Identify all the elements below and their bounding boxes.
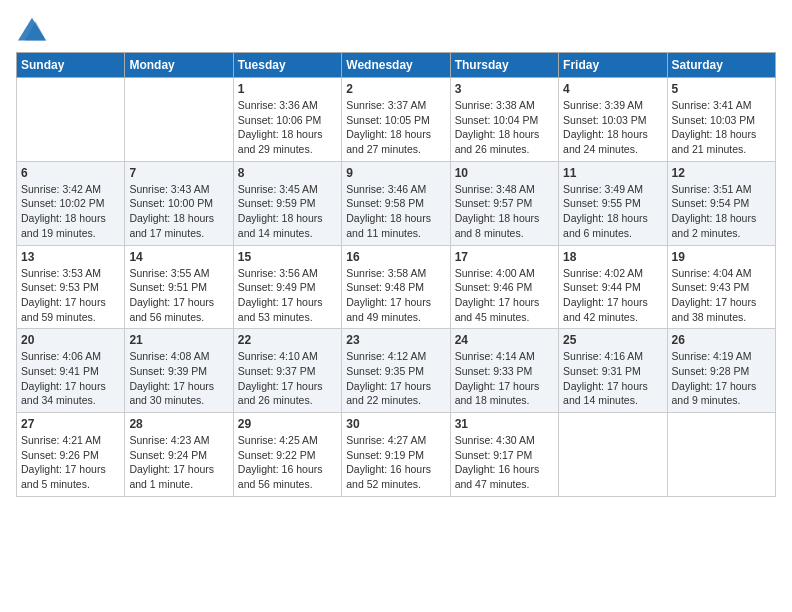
day-number: 27 — [21, 417, 120, 431]
calendar-cell: 31Sunrise: 4:30 AM Sunset: 9:17 PM Dayli… — [450, 413, 558, 497]
day-info: Sunrise: 3:58 AM Sunset: 9:48 PM Dayligh… — [346, 266, 445, 325]
week-row-3: 13Sunrise: 3:53 AM Sunset: 9:53 PM Dayli… — [17, 245, 776, 329]
calendar-cell: 6Sunrise: 3:42 AM Sunset: 10:02 PM Dayli… — [17, 161, 125, 245]
calendar-table: SundayMondayTuesdayWednesdayThursdayFrid… — [16, 52, 776, 497]
page-header — [16, 16, 776, 44]
calendar-cell: 16Sunrise: 3:58 AM Sunset: 9:48 PM Dayli… — [342, 245, 450, 329]
day-info: Sunrise: 3:49 AM Sunset: 9:55 PM Dayligh… — [563, 182, 662, 241]
calendar-cell: 30Sunrise: 4:27 AM Sunset: 9:19 PM Dayli… — [342, 413, 450, 497]
day-number: 31 — [455, 417, 554, 431]
day-info: Sunrise: 4:23 AM Sunset: 9:24 PM Dayligh… — [129, 433, 228, 492]
calendar-cell: 29Sunrise: 4:25 AM Sunset: 9:22 PM Dayli… — [233, 413, 341, 497]
day-number: 22 — [238, 333, 337, 347]
day-number: 8 — [238, 166, 337, 180]
day-info: Sunrise: 4:27 AM Sunset: 9:19 PM Dayligh… — [346, 433, 445, 492]
calendar-cell — [17, 78, 125, 162]
day-info: Sunrise: 4:25 AM Sunset: 9:22 PM Dayligh… — [238, 433, 337, 492]
day-number: 7 — [129, 166, 228, 180]
day-info: Sunrise: 4:19 AM Sunset: 9:28 PM Dayligh… — [672, 349, 771, 408]
day-info: Sunrise: 4:02 AM Sunset: 9:44 PM Dayligh… — [563, 266, 662, 325]
day-of-week-saturday: Saturday — [667, 53, 775, 78]
day-number: 12 — [672, 166, 771, 180]
day-info: Sunrise: 3:42 AM Sunset: 10:02 PM Daylig… — [21, 182, 120, 241]
day-info: Sunrise: 4:12 AM Sunset: 9:35 PM Dayligh… — [346, 349, 445, 408]
day-number: 16 — [346, 250, 445, 264]
day-info: Sunrise: 4:00 AM Sunset: 9:46 PM Dayligh… — [455, 266, 554, 325]
calendar-cell: 7Sunrise: 3:43 AM Sunset: 10:00 PM Dayli… — [125, 161, 233, 245]
calendar-cell: 14Sunrise: 3:55 AM Sunset: 9:51 PM Dayli… — [125, 245, 233, 329]
calendar-cell: 2Sunrise: 3:37 AM Sunset: 10:05 PM Dayli… — [342, 78, 450, 162]
calendar-cell: 24Sunrise: 4:14 AM Sunset: 9:33 PM Dayli… — [450, 329, 558, 413]
day-info: Sunrise: 3:45 AM Sunset: 9:59 PM Dayligh… — [238, 182, 337, 241]
day-info: Sunrise: 3:39 AM Sunset: 10:03 PM Daylig… — [563, 98, 662, 157]
day-number: 6 — [21, 166, 120, 180]
day-number: 30 — [346, 417, 445, 431]
calendar-cell: 15Sunrise: 3:56 AM Sunset: 9:49 PM Dayli… — [233, 245, 341, 329]
calendar-cell: 9Sunrise: 3:46 AM Sunset: 9:58 PM Daylig… — [342, 161, 450, 245]
day-number: 10 — [455, 166, 554, 180]
day-number: 13 — [21, 250, 120, 264]
day-number: 4 — [563, 82, 662, 96]
day-number: 11 — [563, 166, 662, 180]
day-info: Sunrise: 3:53 AM Sunset: 9:53 PM Dayligh… — [21, 266, 120, 325]
calendar-cell: 17Sunrise: 4:00 AM Sunset: 9:46 PM Dayli… — [450, 245, 558, 329]
calendar-cell: 8Sunrise: 3:45 AM Sunset: 9:59 PM Daylig… — [233, 161, 341, 245]
calendar-cell: 11Sunrise: 3:49 AM Sunset: 9:55 PM Dayli… — [559, 161, 667, 245]
calendar-cell — [125, 78, 233, 162]
day-number: 26 — [672, 333, 771, 347]
day-number: 29 — [238, 417, 337, 431]
day-number: 19 — [672, 250, 771, 264]
day-info: Sunrise: 4:10 AM Sunset: 9:37 PM Dayligh… — [238, 349, 337, 408]
day-number: 23 — [346, 333, 445, 347]
day-info: Sunrise: 4:16 AM Sunset: 9:31 PM Dayligh… — [563, 349, 662, 408]
calendar-cell: 19Sunrise: 4:04 AM Sunset: 9:43 PM Dayli… — [667, 245, 775, 329]
day-of-week-friday: Friday — [559, 53, 667, 78]
day-info: Sunrise: 4:06 AM Sunset: 9:41 PM Dayligh… — [21, 349, 120, 408]
days-of-week-row: SundayMondayTuesdayWednesdayThursdayFrid… — [17, 53, 776, 78]
day-of-week-wednesday: Wednesday — [342, 53, 450, 78]
calendar-cell: 3Sunrise: 3:38 AM Sunset: 10:04 PM Dayli… — [450, 78, 558, 162]
day-number: 2 — [346, 82, 445, 96]
day-info: Sunrise: 3:41 AM Sunset: 10:03 PM Daylig… — [672, 98, 771, 157]
day-number: 5 — [672, 82, 771, 96]
day-info: Sunrise: 3:37 AM Sunset: 10:05 PM Daylig… — [346, 98, 445, 157]
day-number: 21 — [129, 333, 228, 347]
day-info: Sunrise: 3:56 AM Sunset: 9:49 PM Dayligh… — [238, 266, 337, 325]
day-number: 20 — [21, 333, 120, 347]
calendar-body: 1Sunrise: 3:36 AM Sunset: 10:06 PM Dayli… — [17, 78, 776, 497]
calendar-cell: 4Sunrise: 3:39 AM Sunset: 10:03 PM Dayli… — [559, 78, 667, 162]
day-number: 15 — [238, 250, 337, 264]
logo-icon — [16, 16, 48, 44]
day-number: 24 — [455, 333, 554, 347]
day-info: Sunrise: 3:38 AM Sunset: 10:04 PM Daylig… — [455, 98, 554, 157]
day-of-week-monday: Monday — [125, 53, 233, 78]
day-number: 14 — [129, 250, 228, 264]
day-of-week-tuesday: Tuesday — [233, 53, 341, 78]
week-row-2: 6Sunrise: 3:42 AM Sunset: 10:02 PM Dayli… — [17, 161, 776, 245]
calendar-cell: 27Sunrise: 4:21 AM Sunset: 9:26 PM Dayli… — [17, 413, 125, 497]
calendar-cell: 18Sunrise: 4:02 AM Sunset: 9:44 PM Dayli… — [559, 245, 667, 329]
day-info: Sunrise: 3:46 AM Sunset: 9:58 PM Dayligh… — [346, 182, 445, 241]
calendar-cell — [559, 413, 667, 497]
calendar-cell: 23Sunrise: 4:12 AM Sunset: 9:35 PM Dayli… — [342, 329, 450, 413]
calendar-cell: 12Sunrise: 3:51 AM Sunset: 9:54 PM Dayli… — [667, 161, 775, 245]
week-row-4: 20Sunrise: 4:06 AM Sunset: 9:41 PM Dayli… — [17, 329, 776, 413]
calendar-cell: 28Sunrise: 4:23 AM Sunset: 9:24 PM Dayli… — [125, 413, 233, 497]
day-info: Sunrise: 4:04 AM Sunset: 9:43 PM Dayligh… — [672, 266, 771, 325]
week-row-1: 1Sunrise: 3:36 AM Sunset: 10:06 PM Dayli… — [17, 78, 776, 162]
calendar-cell: 21Sunrise: 4:08 AM Sunset: 9:39 PM Dayli… — [125, 329, 233, 413]
calendar-header: SundayMondayTuesdayWednesdayThursdayFrid… — [17, 53, 776, 78]
day-number: 9 — [346, 166, 445, 180]
calendar-cell: 5Sunrise: 3:41 AM Sunset: 10:03 PM Dayli… — [667, 78, 775, 162]
calendar-cell: 20Sunrise: 4:06 AM Sunset: 9:41 PM Dayli… — [17, 329, 125, 413]
calendar-cell: 1Sunrise: 3:36 AM Sunset: 10:06 PM Dayli… — [233, 78, 341, 162]
week-row-5: 27Sunrise: 4:21 AM Sunset: 9:26 PM Dayli… — [17, 413, 776, 497]
day-number: 28 — [129, 417, 228, 431]
day-of-week-thursday: Thursday — [450, 53, 558, 78]
day-info: Sunrise: 3:51 AM Sunset: 9:54 PM Dayligh… — [672, 182, 771, 241]
day-of-week-sunday: Sunday — [17, 53, 125, 78]
day-number: 1 — [238, 82, 337, 96]
day-info: Sunrise: 3:48 AM Sunset: 9:57 PM Dayligh… — [455, 182, 554, 241]
logo — [16, 16, 52, 44]
day-info: Sunrise: 3:43 AM Sunset: 10:00 PM Daylig… — [129, 182, 228, 241]
